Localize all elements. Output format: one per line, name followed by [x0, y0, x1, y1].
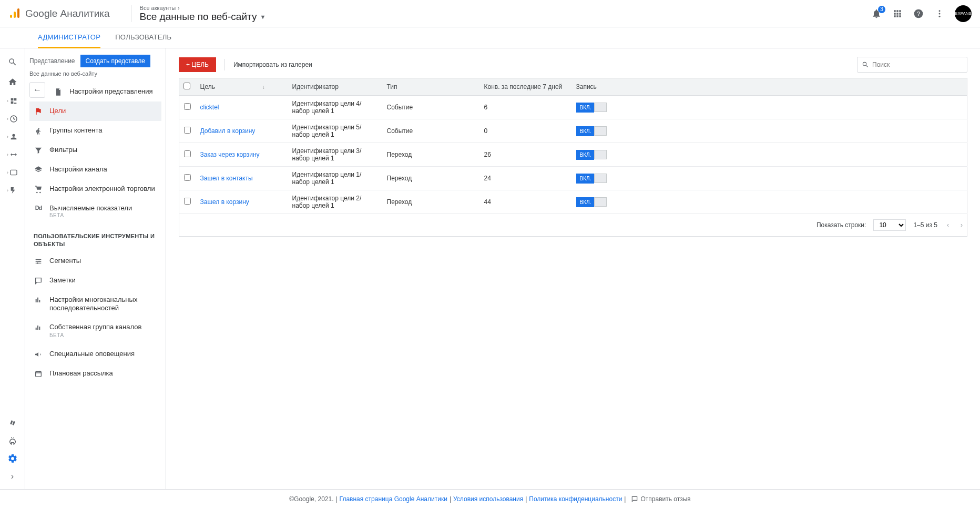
search-box[interactable] — [857, 57, 967, 73]
sidebar-item-view-settings[interactable]: Настройки представления — [49, 82, 161, 101]
sidebar-item-channel-group[interactable]: Собственная группа каналов БЕТА — [29, 318, 161, 344]
row-checkbox[interactable] — [184, 150, 191, 157]
rows-per-page-select[interactable]: 10 — [873, 219, 906, 231]
table-row: Добавил в корзинуИдентификатор цели 5/на… — [179, 119, 967, 143]
goal-link[interactable]: Зашел в контакты — [200, 175, 253, 182]
tab-user[interactable]: ПОЛЬЗОВАТЕЛЬ — [115, 27, 171, 48]
sidebar-item-calc-metrics[interactable]: Dd Вычисляемые показатели БЕТА — [29, 199, 161, 224]
discover-icon[interactable] — [7, 435, 18, 446]
footer-copyright: ©Google, 2021. — [289, 495, 333, 503]
record-toggle[interactable]: ВКЛ. — [576, 150, 607, 160]
left-rail: › › › › › › › — [0, 48, 25, 489]
sidebar-item-segments[interactable]: Сегменты — [29, 251, 161, 271]
sidebar-item-label: Фильтры — [49, 146, 77, 154]
more-button[interactable] — [934, 8, 945, 19]
tab-administrator[interactable]: АДМИНИСТРАТОР — [38, 27, 100, 48]
sidebar-item-label: Настройки многоканальных последовательно… — [49, 296, 157, 312]
admin-gear-icon[interactable] — [7, 453, 18, 464]
nav-realtime[interactable]: › — [7, 115, 18, 123]
footer-feedback[interactable]: Отправить отзыв — [631, 495, 690, 503]
collapse-icon[interactable]: › — [7, 471, 18, 482]
pager-prev[interactable]: ‹ — [945, 221, 951, 229]
create-view-button[interactable]: Создать представле — [80, 55, 150, 67]
cell-conv: 44 — [480, 190, 572, 214]
nav-audience[interactable]: › — [7, 133, 18, 141]
svg-point-7 — [939, 15, 941, 17]
nav-behavior[interactable]: › — [7, 168, 18, 177]
sidebar-item-channel-settings[interactable]: Настройки канала — [29, 160, 161, 179]
notifications-button[interactable]: 3 — [871, 8, 882, 19]
cell-ident: Идентификатор цели 1/набор целей 1 — [288, 167, 383, 190]
beta-badge: БЕТА — [49, 212, 132, 219]
footer-link-terms[interactable]: Условия использования — [453, 495, 523, 503]
cell-type: Переход — [383, 190, 480, 214]
footer-link-home[interactable]: Главная страница Google Аналитики — [340, 495, 447, 503]
avatar[interactable]: EXPANS — [955, 5, 972, 22]
record-toggle[interactable]: ВКЛ. — [576, 126, 607, 136]
import-gallery-button[interactable]: Импортировать из галереи — [233, 61, 312, 68]
record-toggle[interactable]: ВКЛ. — [576, 197, 607, 207]
sidebar-item-scheduled-emails[interactable]: Плановая рассылка — [29, 364, 161, 383]
help-button[interactable]: ? — [913, 8, 924, 19]
notif-badge: 3 — [878, 6, 885, 13]
funnel-icon — [34, 146, 43, 155]
nav-acquisition[interactable]: › — [7, 150, 18, 159]
footer-link-privacy[interactable]: Политика конфиденциальности — [529, 495, 622, 503]
tab-bar: АДМИНИСТРАТОР ПОЛЬЗОВАТЕЛЬ — [0, 27, 980, 48]
attribution-icon[interactable] — [7, 418, 18, 428]
sidebar-item-mcf-settings[interactable]: Настройки многоканальных последовательно… — [29, 290, 161, 317]
svg-rect-9 — [11, 170, 17, 175]
row-checkbox[interactable] — [184, 103, 191, 110]
cell-ident: Идентификатор цели 2/набор целей 1 — [288, 190, 383, 214]
goal-link[interactable]: Заказ через корзину — [200, 151, 260, 158]
view-label: Представление — [29, 57, 75, 65]
sidebar-item-custom-alerts[interactable]: Специальные оповещения — [29, 344, 161, 364]
search-icon[interactable] — [7, 57, 18, 67]
pager-next[interactable]: › — [958, 221, 965, 229]
search-input[interactable] — [872, 61, 963, 68]
th-conv[interactable]: Конв. за последние 7 дней — [480, 78, 572, 96]
sidebar-item-filters[interactable]: Фильтры — [29, 140, 161, 160]
back-button[interactable]: ← — [29, 82, 45, 98]
select-all-checkbox[interactable] — [183, 83, 190, 89]
goal-link[interactable]: Добавил в корзину — [200, 127, 256, 135]
dd-icon: Dd — [34, 205, 43, 211]
cell-ident: Идентификатор цели 5/набор целей 1 — [288, 119, 383, 143]
home-icon[interactable] — [7, 77, 18, 87]
th-goal[interactable]: Цель↓ — [196, 78, 288, 96]
apps-grid-icon — [892, 8, 903, 19]
person-run-icon — [34, 127, 43, 135]
cell-conv: 6 — [480, 96, 572, 119]
row-checkbox[interactable] — [184, 174, 191, 181]
help-icon: ? — [913, 8, 924, 19]
sidebar-item-annotations[interactable]: Заметки — [29, 271, 161, 290]
sidebar-item-ecommerce[interactable]: Настройки электронной торговли — [29, 179, 161, 199]
svg-rect-1 — [14, 12, 16, 18]
product-name: Google Аналитика — [25, 8, 110, 19]
add-goal-button[interactable]: + ЦЕЛЬ — [179, 57, 216, 72]
logo-group[interactable]: Google Аналитика — [8, 7, 110, 20]
account-selector[interactable]: Все аккаунты › Все данные по веб-сайту ▼ — [140, 5, 266, 23]
record-toggle[interactable]: ВКЛ. — [576, 103, 607, 113]
cell-ident: Идентификатор цели 3/набор целей 1 — [288, 143, 383, 167]
nav-customization[interactable]: › — [7, 97, 18, 105]
cell-type: Событие — [383, 119, 480, 143]
sliders-icon — [34, 257, 43, 266]
goal-link[interactable]: clicktel — [200, 104, 219, 111]
sidebar-item-content-groups[interactable]: Группы контента — [29, 121, 161, 140]
apps-button[interactable] — [892, 8, 903, 19]
flag-icon — [34, 107, 43, 116]
record-toggle[interactable]: ВКЛ. — [576, 174, 607, 184]
beta-badge: БЕТА — [49, 332, 64, 338]
calendar-icon — [34, 370, 43, 378]
row-checkbox[interactable] — [184, 127, 191, 134]
sidebar-item-label: Специальные оповещения — [49, 350, 135, 358]
th-record[interactable]: Запись — [572, 78, 967, 96]
row-checkbox[interactable] — [184, 198, 191, 205]
th-ident[interactable]: Идентификатор — [288, 78, 383, 96]
table-row: Зашел в корзинуИдентификатор цели 2/набо… — [179, 190, 967, 214]
goal-link[interactable]: Зашел в корзину — [200, 198, 249, 206]
th-type[interactable]: Тип — [383, 78, 480, 96]
sidebar-item-goals[interactable]: Цели — [29, 101, 161, 121]
nav-conversions[interactable]: › — [7, 186, 18, 195]
